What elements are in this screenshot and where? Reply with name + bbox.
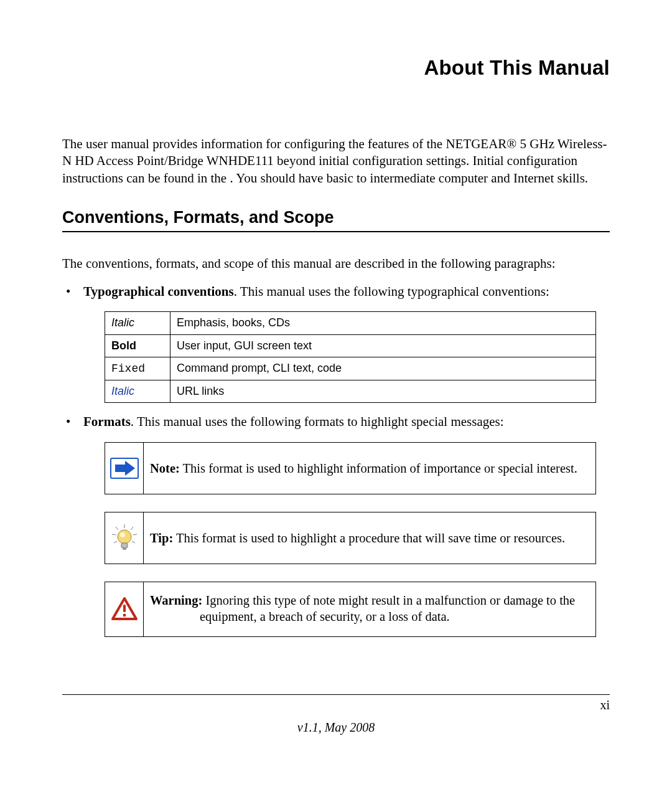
svg-point-10: [120, 532, 125, 537]
bullet-typographical: Typographical conventions. This manual u…: [62, 283, 610, 404]
bullet-list: Typographical conventions. This manual u…: [62, 283, 610, 637]
svg-line-8: [132, 541, 135, 543]
note-label: Note:: [150, 461, 180, 475]
svg-line-7: [114, 541, 117, 543]
conv-desc: Command prompt, CLI text, code: [170, 357, 596, 380]
tip-body: This format is used to highlight a proce…: [173, 531, 565, 545]
conv-style-label: Italic: [111, 316, 134, 329]
conv-style-label: Bold: [111, 339, 136, 352]
bullet-formats: Formats. This manual uses the following …: [62, 413, 610, 636]
warning-callout: Warning: Ignoring this type of note migh…: [105, 582, 596, 636]
svg-line-3: [116, 527, 118, 530]
warning-label: Warning:: [150, 593, 202, 607]
page-body: About This Manual The user manual provid…: [0, 0, 672, 637]
arrow-icon: [105, 443, 144, 494]
svg-rect-14: [123, 605, 126, 612]
conventions-table: Italic Emphasis, books, CDs Bold User in…: [105, 311, 596, 403]
svg-rect-11: [121, 543, 128, 548]
table-row: Fixed Command prompt, CLI text, code: [105, 357, 596, 380]
svg-rect-12: [123, 548, 126, 550]
note-text: Note: This format is used to highlight i…: [144, 443, 595, 494]
conv-desc: User input, GUI screen text: [170, 334, 596, 357]
lightbulb-icon: [105, 512, 144, 564]
doc-version: v1.1, May 2008: [0, 720, 672, 735]
tip-label: Tip:: [150, 531, 173, 545]
svg-point-15: [123, 614, 126, 617]
conv-desc: Emphasis, books, CDs: [170, 312, 596, 334]
intro-paragraph: The user manual provides information for…: [62, 136, 610, 187]
footer-rule: [62, 694, 610, 695]
svg-line-4: [131, 527, 133, 530]
svg-line-6: [133, 534, 137, 535]
tip-callout: Tip: This format is used to highlight a …: [105, 512, 596, 564]
warning-text: Warning: Ignoring this type of note migh…: [144, 582, 595, 636]
bullet-label: Typographical conventions: [83, 284, 234, 299]
bullet-tail: . This manual uses the following typogra…: [234, 284, 549, 299]
bullet-tail: . This manual uses the following formats…: [131, 414, 504, 429]
tip-text: Tip: This format is used to highlight a …: [144, 512, 595, 564]
page-title: About This Manual: [62, 56, 610, 80]
note-callout: Note: This format is used to highlight i…: [105, 442, 596, 494]
svg-line-5: [112, 534, 116, 535]
conv-style-label: Italic: [111, 385, 134, 397]
conv-style-label: Fixed: [111, 362, 145, 375]
warning-icon: [105, 582, 144, 636]
table-row: Bold User input, GUI screen text: [105, 334, 596, 357]
table-row: Italic Emphasis, books, CDs: [105, 312, 596, 334]
section-lead: The conventions, formats, and scope of t…: [62, 256, 610, 271]
warning-body-line1: Ignoring this type of note might result …: [202, 593, 575, 607]
bullet-label: Formats: [83, 414, 131, 429]
warning-body-line2: equipment, a breach of security, or a lo…: [150, 608, 588, 625]
conv-desc: URL links: [170, 380, 596, 403]
section-heading: Conventions, Formats, and Scope: [62, 208, 610, 232]
page-number: xi: [600, 698, 610, 712]
table-row: Italic URL links: [105, 380, 596, 403]
note-body: This format is used to highlight informa…: [180, 461, 577, 475]
svg-point-9: [118, 530, 131, 544]
